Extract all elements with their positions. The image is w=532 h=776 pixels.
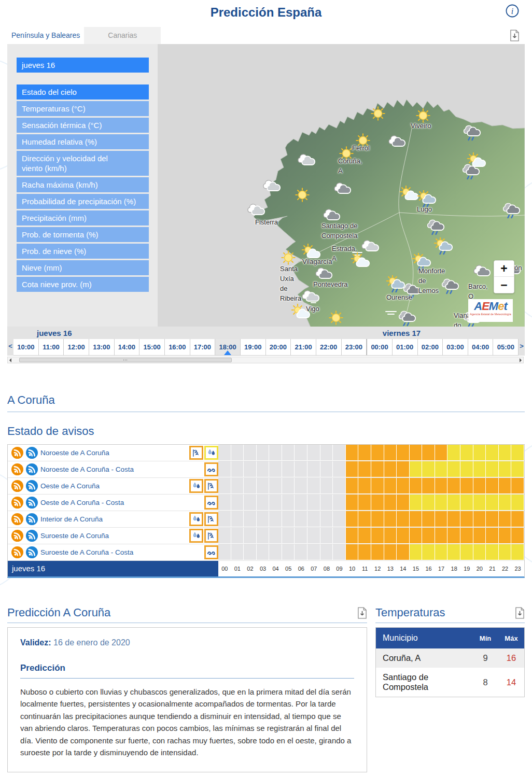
timeline-hour-12-00[interactable]: 12:00: [64, 339, 89, 355]
warning-cell-20: [473, 445, 486, 461]
download-prediction-icon[interactable]: [357, 607, 367, 619]
scrollbar-left-arrow-icon[interactable]: [9, 358, 11, 362]
timeline-hour-01-00[interactable]: 01:00: [393, 339, 418, 355]
warning-cell-10: [346, 478, 359, 494]
warning-cell-02: [244, 528, 257, 544]
warning-cell-21: [486, 495, 499, 511]
timeline-hour-21-00[interactable]: 21:00: [291, 339, 316, 355]
warning-cell-21: [486, 511, 499, 527]
svg-text:i: i: [511, 7, 513, 16]
timeline-hour-04-00[interactable]: 04:00: [468, 339, 494, 355]
sidebar-item-racha-m-xima-km-h[interactable]: Racha máxima (km/h): [17, 177, 149, 192]
timeline-scrollbar[interactable]: [7, 357, 524, 363]
warning-cell-22: [499, 495, 512, 511]
warning-cell-17: [435, 495, 448, 511]
chevron-left-icon[interactable]: <: [8, 333, 12, 350]
warning-cell-22: [499, 461, 512, 477]
map-zoom-in-button[interactable]: +: [494, 261, 514, 277]
timeline-hour-11-00[interactable]: 11:00: [39, 339, 64, 355]
sidebar-item-probabilidad-de-precipitaci-n[interactable]: Probabilidad de precipitación (%): [17, 194, 149, 209]
timeline-hour-16-00[interactable]: 16:00: [165, 339, 190, 355]
warnings-hour-label: 17: [435, 561, 448, 576]
warning-cell-16: [422, 495, 435, 511]
weather-map[interactable]: ViveiroFerrolCoruña, AFisterraSantiago d…: [158, 44, 525, 327]
warning-cell-07: [307, 461, 320, 477]
timeline-hour-18-00[interactable]: 18:00: [215, 339, 241, 355]
warning-zone-link-noroeste-de-a-coru-a-costa[interactable]: Noroeste de A Coruña - Costa: [40, 465, 203, 473]
warning-cell-22: [499, 445, 512, 461]
warning-zone-link-oeste-de-a-coru-a[interactable]: Oeste de A Coruña: [40, 482, 188, 490]
rss-icon-blue[interactable]: [26, 463, 38, 475]
rss-icon-orange[interactable]: [11, 530, 23, 542]
rss-icon-orange[interactable]: [11, 463, 23, 475]
sidebar-date-button[interactable]: jueves 16: [17, 58, 149, 73]
timeline-prev[interactable]: <: [7, 327, 13, 356]
forecast-widget: Península y BalearesCanarias jueves 16 E…: [7, 27, 525, 363]
warning-cell-00: [218, 495, 231, 511]
rss-icon-orange[interactable]: [11, 480, 23, 492]
timeline-hour-14-00[interactable]: 14:00: [115, 339, 140, 355]
timeline-next[interactable]: >: [519, 327, 525, 356]
rss-icon-blue[interactable]: [26, 480, 38, 492]
rss-icon-blue[interactable]: [26, 497, 38, 509]
rss-icon-orange[interactable]: [11, 447, 23, 459]
rss-icon-blue[interactable]: [26, 513, 38, 525]
tab-canarias[interactable]: Canarias: [84, 27, 161, 44]
rss-icon-blue[interactable]: [26, 546, 38, 558]
timeline-hour-13-00[interactable]: 13:00: [89, 339, 115, 355]
rss-icon-orange[interactable]: [11, 497, 23, 509]
map-city-label-barco: Barco, O: [468, 281, 488, 301]
sidebar-item-nieve-mm[interactable]: Nieve (mm): [17, 260, 149, 275]
timeline-hour-03-00[interactable]: 03:00: [443, 339, 468, 355]
warnings-hour-label: 23: [511, 561, 524, 576]
timeline-hour-05-00[interactable]: 05:00: [493, 339, 519, 355]
timeline-hour-20-00[interactable]: 20:00: [266, 339, 291, 355]
sidebar-item-cota-nieve-prov-m[interactable]: Cota nieve prov. (m): [17, 277, 149, 292]
warning-cell-20: [473, 461, 486, 477]
timeline-hour-17-00[interactable]: 17:00: [190, 339, 216, 355]
download-temperatures-icon[interactable]: [515, 607, 525, 619]
warning-zone-link-noroeste-de-a-coru-a[interactable]: Noroeste de A Coruña: [40, 449, 188, 457]
warning-cell-00: [218, 528, 231, 544]
rss-icon-blue[interactable]: [26, 447, 38, 459]
warning-cell-15: [410, 544, 423, 560]
tab-pen-nsula-y-baleares[interactable]: Península y Baleares: [7, 27, 84, 44]
timeline-hour-19-00[interactable]: 19:00: [241, 339, 266, 355]
warning-zone-link-suroeste-de-a-coru-a-costa[interactable]: Suroeste de A Coruña - Costa: [40, 548, 203, 556]
rss-icon-orange[interactable]: [11, 513, 23, 525]
warning-cell-09: [333, 478, 346, 494]
sidebar-item-prob-de-nieve[interactable]: Prob. de nieve (%): [17, 244, 149, 259]
timeline-hour-10-00[interactable]: 10:00: [13, 339, 39, 355]
scrollbar-right-arrow-icon[interactable]: [520, 358, 522, 362]
info-icon[interactable]: i: [505, 4, 520, 18]
sidebar-item-humedad-relativa[interactable]: Humedad relativa (%): [17, 134, 149, 149]
map-zoom-out-button[interactable]: −: [494, 277, 514, 293]
scrollbar-thumb[interactable]: [19, 358, 232, 362]
chevron-right-icon[interactable]: >: [520, 333, 524, 350]
warning-zone-link-suroeste-de-a-coru-a[interactable]: Suroeste de A Coruña: [40, 532, 188, 540]
rss-icon-orange[interactable]: [11, 546, 23, 558]
aemet-logo-tagline: Agencia Estatal de Meteorología: [468, 313, 513, 316]
timeline-hour-00-00[interactable]: 00:00: [367, 339, 393, 355]
map-zoom-control: + −: [494, 260, 514, 293]
warnings-hour-label: 03: [257, 561, 270, 576]
warning-cell-07: [307, 528, 320, 544]
warning-zone-link-interior-de-a-coru-a[interactable]: Interior de A Coruña: [40, 515, 188, 523]
sidebar-item-precipitaci-n-mm[interactable]: Precipitación (mm): [17, 210, 149, 225]
warning-zone-link-oeste-de-a-coru-a-costa[interactable]: Oeste de A Coruña - Costa: [40, 499, 203, 506]
timeline-hour-02-00[interactable]: 02:00: [418, 339, 443, 355]
warning-cell-18: [447, 544, 460, 560]
sidebar-item-temperaturas-c[interactable]: Temperaturas (°C): [17, 101, 149, 116]
timeline-hour-23-00[interactable]: 23:00: [342, 339, 367, 355]
warning-cell-01: [231, 461, 244, 477]
sidebar-item-estado-del-cielo[interactable]: Estado del cielo: [17, 84, 149, 100]
timeline-hour-22-00[interactable]: 22:00: [316, 339, 342, 355]
sidebar-item-direcci-n-y-velocidad-del-viento-km-h[interactable]: Dirección y velocidad del viento (km/h): [17, 151, 149, 176]
warning-cell-09: [333, 544, 346, 560]
validity-line: Validez: 16 de enero de 2020: [20, 638, 354, 647]
sidebar-item-sensaci-n-t-rmica-c[interactable]: Sensación térmica (°C): [17, 118, 149, 133]
timeline-hour-15-00[interactable]: 15:00: [139, 339, 165, 355]
download-map-icon[interactable]: [510, 30, 520, 41]
sidebar-item-prob-de-tormenta[interactable]: Prob. de tormenta (%): [17, 227, 149, 242]
rss-icon-blue[interactable]: [26, 530, 38, 542]
